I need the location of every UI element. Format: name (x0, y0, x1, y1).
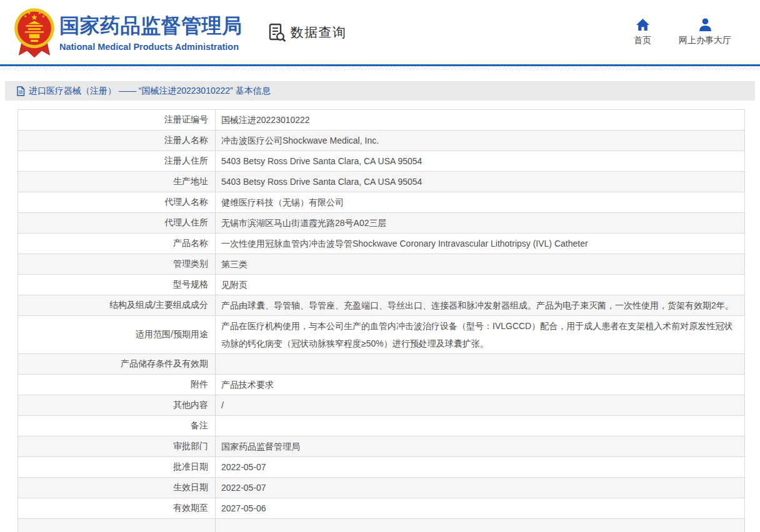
row-label: 注册人住所 (18, 151, 216, 171)
svg-text:★: ★ (38, 11, 41, 14)
table-row: 注册人名称 冲击波医疗公司Shockwave Medical, Inc. (18, 131, 744, 151)
svg-text:★: ★ (28, 11, 31, 14)
row-value: 健维医疗科技（无锡）有限公司 (216, 192, 744, 212)
row-label: 备注 (18, 416, 216, 436)
row-value (216, 354, 744, 374)
table-row: 产品名称 一次性使用冠脉血管内冲击波导管Shockwave Coronary I… (18, 234, 744, 254)
row-label: 代理人名称 (18, 192, 216, 212)
row-value: / (216, 395, 744, 415)
row-value: 产品在医疗机构使用，与本公司生产的血管内冲击波治疗设备（型号：IVLGCCD）配… (216, 316, 744, 353)
row-value: 国家药品监督管理局 (216, 436, 744, 456)
org-title-en: National Medical Products Administration (59, 42, 242, 52)
table-row: 注册人住所 5403 Betsy Ross Drive Santa Clara,… (18, 151, 744, 172)
row-label: 适用范围/预期用途 (18, 316, 216, 353)
table-row: 适用范围/预期用途 产品在医疗机构使用，与本公司生产的血管内冲击波治疗设备（型号… (18, 316, 744, 354)
row-label: 注册证编号 (18, 110, 216, 130)
site-header: ★ ★ ★ ★ ★ 国家药品监督管理局 National Medical Pro… (0, 0, 760, 64)
row-value: 第三类 (216, 254, 744, 274)
table-row (18, 519, 744, 532)
row-label: 生产地址 (18, 172, 216, 192)
table-row: 注册证编号 国械注进20223010222 (18, 110, 744, 131)
table-row: 批准日期 2022-05-07 (18, 457, 744, 478)
row-value: 2022-05-07 (216, 478, 744, 498)
document-icon (16, 86, 25, 96)
nav-service-hall[interactable]: 网上办事大厅 (679, 18, 731, 46)
row-value: 冲击波医疗公司Shockwave Medical, Inc. (216, 131, 744, 150)
table-row: 附件 产品技术要求 (18, 375, 744, 395)
brand-text: 国家药品监督管理局 National Medical Products Admi… (59, 12, 242, 52)
svg-text:★: ★ (42, 14, 45, 18)
row-value: 无锡市滨湖区马山街道霞光路28号A02三层 (216, 213, 744, 233)
row-label: 批准日期 (18, 457, 216, 477)
row-value: 5403 Betsy Ross Drive Santa Clara, CA US… (216, 151, 744, 171)
home-icon (636, 18, 650, 31)
svg-text:★: ★ (31, 12, 38, 21)
row-value: 5403 Betsy Ross Drive Santa Clara, CA US… (216, 172, 744, 192)
row-label: 审批部门 (18, 436, 216, 456)
registration-info-table: 注册证编号 国械注进20223010222 注册人名称 冲击波医疗公司Shock… (18, 109, 745, 532)
data-query-section[interactable]: 数据查询 (269, 23, 347, 42)
table-row: 备注 (18, 416, 744, 436)
table-row: 代理人住所 无锡市滨湖区马山街道霞光路28号A02三层 (18, 213, 744, 234)
row-label: 产品储存条件及有效期 (18, 354, 216, 374)
row-label: 管理类别 (18, 254, 216, 274)
row-value: 产品技术要求 (216, 375, 744, 395)
table-row: 生效日期 2022-05-07 (18, 478, 744, 498)
person-icon (698, 18, 712, 31)
hatch-texture-band (0, 66, 760, 71)
row-label: 生效日期 (18, 478, 216, 498)
row-value: 产品由球囊、导管轴、导管座、充盈端口、导丝出口、连接器和脉冲发射器组成。产品为电… (216, 295, 744, 315)
nav-home[interactable]: 首页 (634, 18, 651, 46)
row-label: 代理人住所 (18, 213, 216, 233)
doc-search-icon (269, 23, 286, 42)
org-title-zh: 国家药品监督管理局 (59, 12, 242, 40)
row-label: 其他内容 (18, 395, 216, 415)
row-label: 有效期至 (18, 498, 216, 518)
row-label: 产品名称 (18, 234, 216, 254)
table-row: 生产地址 5403 Betsy Ross Drive Santa Clara, … (18, 172, 744, 192)
row-label: 结构及组成/主要组成成分 (18, 295, 216, 315)
table-row: 其他内容 / (18, 395, 744, 416)
row-value (216, 519, 744, 532)
nav-service-hall-label: 网上办事大厅 (679, 35, 731, 46)
table-row: 有效期至 2027-05-06 (18, 498, 744, 519)
table-row: 审批部门 国家药品监督管理局 (18, 436, 744, 457)
row-value (216, 416, 744, 436)
row-value: 国械注进20223010222 (216, 110, 744, 130)
row-label (18, 519, 216, 532)
breadcrumb: 进口医疗器械（注册） —— “国械注进20223010222” 基本信息 (5, 81, 755, 101)
table-row: 代理人名称 健维医疗科技（无锡）有限公司 (18, 192, 744, 213)
row-label: 注册人名称 (18, 131, 216, 150)
nav-home-label: 首页 (634, 35, 651, 46)
row-value: 一次性使用冠脉血管内冲击波导管Shockwave Coronary Intrav… (216, 234, 744, 254)
row-label: 型号规格 (18, 275, 216, 295)
svg-text:★: ★ (24, 14, 27, 18)
table-row: 管理类别 第三类 (18, 254, 744, 275)
table-row: 结构及组成/主要组成成分 产品由球囊、导管轴、导管座、充盈端口、导丝出口、连接器… (18, 295, 744, 316)
top-nav: 首页 网上办事大厅 (634, 18, 731, 46)
table-row: 型号规格 见附页 (18, 275, 744, 295)
brand-block: ★ ★ ★ ★ ★ 国家药品监督管理局 National Medical Pro… (14, 6, 242, 59)
data-query-label: 数据查询 (291, 24, 347, 41)
row-value: 2022-05-07 (216, 457, 744, 477)
table-row: 产品储存条件及有效期 (18, 354, 744, 375)
national-emblem-icon: ★ ★ ★ ★ ★ (14, 6, 54, 59)
row-value: 见附页 (216, 275, 744, 295)
row-value: 2027-05-06 (216, 498, 744, 518)
breadcrumb-text[interactable]: 进口医疗器械（注册） —— “国械注进20223010222” 基本信息 (29, 86, 271, 97)
row-label: 附件 (18, 375, 216, 395)
